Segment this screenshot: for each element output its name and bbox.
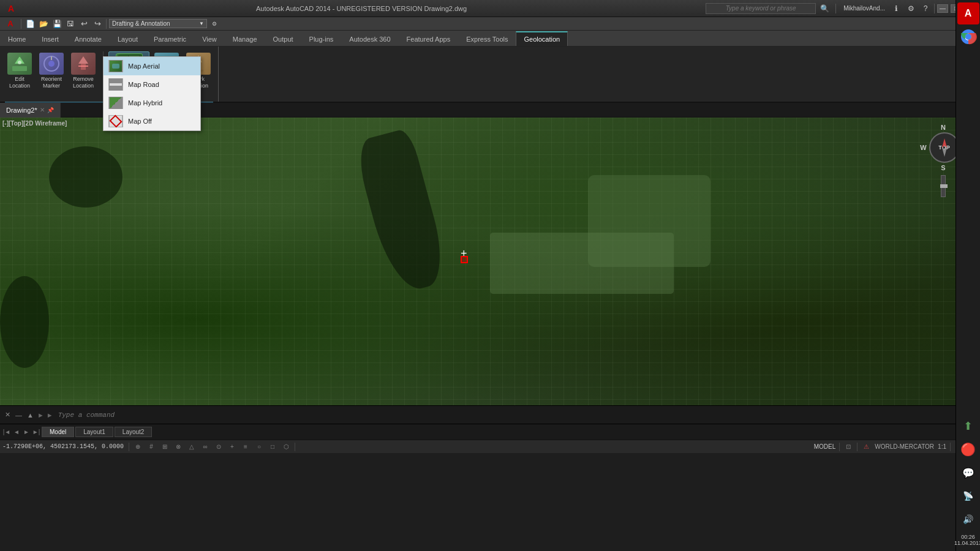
grid-toggle[interactable]: # — [146, 442, 156, 452]
layout-tabs: |◄ ◄ ► ►| Model Layout1 Layout2 — [0, 424, 980, 440]
map-off-menu-item[interactable]: Map Off — [104, 112, 200, 130]
menu-button[interactable]: A — [2, 18, 18, 29]
utorrent-icon[interactable]: ⬆ — [957, 415, 979, 437]
separator — [835, 4, 836, 13]
undo-button[interactable]: ↩ — [78, 18, 90, 29]
cmdline-expand[interactable]: ▲ — [26, 411, 35, 419]
tab-plugins[interactable]: Plug-ins — [301, 31, 342, 46]
open-button[interactable]: 📂 — [37, 18, 50, 29]
osnap-toggle[interactable]: △ — [187, 442, 197, 452]
cmdline-arrow: ► — [47, 411, 53, 419]
map-road-menu-icon — [108, 78, 123, 91]
ortho-toggle[interactable]: ⊞ — [160, 442, 170, 452]
model-icon[interactable]: ⊡ — [843, 442, 853, 452]
titlebar-left: A — [5, 3, 17, 14]
compass-svg — [932, 135, 957, 160]
canvas-area[interactable]: + [-][Top][2D Wireframe] N W TOP — [0, 118, 980, 405]
workspace-dropdown-icon: ▼ — [199, 21, 204, 26]
search-input[interactable]: Type a keyword or phrase — [706, 3, 816, 14]
reorient-marker-button[interactable]: ReorientMarker — [37, 51, 66, 100]
layout1-tab[interactable]: Layout1 — [75, 427, 113, 437]
tab-insert[interactable]: Insert — [34, 31, 67, 46]
cmdline-close[interactable]: ✕ — [4, 411, 12, 419]
tab-featured-apps[interactable]: Featured Apps — [399, 31, 459, 46]
map-off-menu-icon — [108, 115, 123, 127]
status-sep4 — [857, 443, 858, 451]
new-button[interactable]: 📄 — [24, 18, 36, 29]
doc-tab-close[interactable]: ✕ — [40, 107, 45, 113]
tab-home[interactable]: Home — [0, 31, 34, 46]
nav-next[interactable]: ► — [22, 428, 31, 437]
tab-view[interactable]: View — [194, 31, 225, 46]
user-label[interactable]: MikhailovAnd... — [841, 3, 888, 14]
tab-express-tools[interactable]: Express Tools — [458, 31, 516, 46]
doc-tab-pin[interactable]: 📌 — [47, 107, 54, 113]
app-icon[interactable]: A — [5, 3, 17, 14]
map-hybrid-menu-item[interactable]: Map Hybrid — [104, 94, 200, 112]
model-tab[interactable]: Model — [42, 427, 74, 437]
svg-rect-8 — [81, 64, 86, 70]
save-button[interactable]: 💾 — [51, 18, 63, 29]
sep2 — [934, 4, 935, 13]
autocad-taskbar-icon[interactable]: A — [957, 2, 979, 24]
workspace-settings-icon[interactable]: ⚙ — [208, 18, 221, 29]
minimize-button[interactable]: — — [937, 4, 948, 13]
reorient-marker-icon — [39, 53, 64, 75]
edit-location-button[interactable]: EditLocation — [5, 51, 34, 100]
map-aerial-menu-item[interactable]: Map Aerial — [104, 57, 200, 75]
qat-sep2 — [106, 19, 107, 29]
remove-location-button[interactable]: RemoveLocation — [69, 51, 98, 100]
map-road-menu-label: Map Road — [128, 81, 159, 88]
sc-toggle[interactable]: ⬡ — [281, 442, 291, 452]
antivirus-icon[interactable]: 🔴 — [957, 438, 979, 460]
tab-layout[interactable]: Layout — [110, 31, 146, 46]
zoom-bar[interactable] — [941, 175, 946, 197]
qp-toggle[interactable]: □ — [268, 442, 277, 452]
chrome-taskbar-icon[interactable] — [957, 26, 979, 48]
edit-location-icon — [7, 53, 32, 75]
redo-button[interactable]: ↪ — [91, 18, 104, 29]
ducs-toggle[interactable]: ⊙ — [214, 442, 224, 452]
tab-output[interactable]: Output — [265, 31, 301, 46]
settings-icon[interactable]: ⚙ — [905, 3, 917, 14]
map-road-menu-item[interactable]: Map Road — [104, 75, 200, 94]
nav-first[interactable]: |◄ — [2, 428, 11, 437]
snap-toggle[interactable]: ⊕ — [133, 442, 143, 452]
workspace-label: Drafting & Annotation — [112, 20, 170, 27]
cmdline-prompt: ► — [37, 411, 44, 419]
tab-geolocation[interactable]: Geolocation — [516, 31, 568, 46]
zoom-slider — [940, 184, 948, 188]
search-placeholder: Type a keyword or phrase — [726, 5, 796, 12]
skype-icon[interactable]: 💬 — [957, 462, 979, 484]
search-icon[interactable]: 🔍 — [818, 3, 831, 14]
svg-rect-3 — [18, 55, 21, 57]
model-indicator: MODEL — [814, 443, 836, 450]
saveas-button[interactable]: 🖫 — [64, 18, 77, 29]
nav-prev[interactable]: ◄ — [12, 428, 21, 437]
polar-toggle[interactable]: ⊗ — [173, 442, 183, 452]
clock-display[interactable]: 00:26 11.04.2013 — [953, 531, 980, 549]
tpc-toggle[interactable]: ○ — [254, 442, 264, 452]
tab-annotate[interactable]: Annotate — [67, 31, 110, 46]
network-icon[interactable]: 📡 — [957, 485, 979, 507]
map-dropdown: Map Aerial Map Road Map Hybrid Map Off — [103, 56, 201, 131]
otrack-toggle[interactable]: ∞ — [200, 442, 210, 452]
tab-parametric[interactable]: Parametric — [146, 31, 194, 46]
help-icon[interactable]: ? — [919, 3, 932, 14]
command-input[interactable] — [58, 411, 965, 419]
status-sep1 — [129, 443, 129, 451]
volume-icon[interactable]: 🔊 — [957, 508, 979, 530]
tab-autodesk360[interactable]: Autodesk 360 — [341, 31, 398, 46]
lw-toggle[interactable]: ≡ — [241, 442, 251, 452]
info-icon[interactable]: ℹ — [890, 3, 902, 14]
nav-last[interactable]: ►| — [32, 428, 40, 437]
annotation-warning[interactable]: ⚠ — [861, 442, 871, 452]
layout2-tab[interactable]: Layout2 — [115, 427, 153, 437]
svg-point-5 — [48, 61, 55, 67]
cursor: + — [461, 247, 467, 260]
document-tab[interactable]: Drawing2* ✕ 📌 — [0, 103, 61, 118]
workspace-selector[interactable]: Drafting & Annotation ▼ — [109, 19, 207, 28]
tab-manage[interactable]: Manage — [225, 31, 265, 46]
cmdline-minimize[interactable]: — — [14, 411, 23, 419]
dyn-toggle[interactable]: + — [227, 442, 237, 452]
